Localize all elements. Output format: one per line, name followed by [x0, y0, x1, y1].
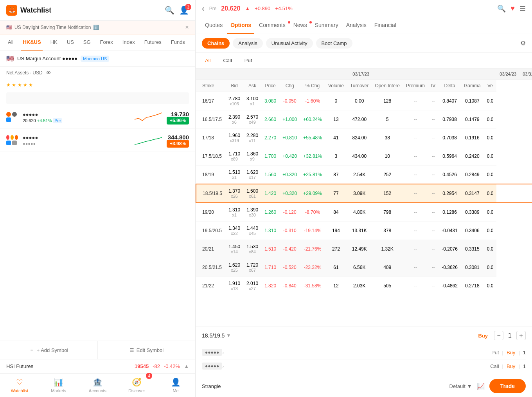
tab-analysis[interactable]: Analysis	[343, 17, 370, 34]
col-iv: IV	[428, 80, 439, 92]
price-8: 1.310	[261, 222, 279, 240]
stock-item-2[interactable]: ●●●●● ●●●●● 344.800 +3.98%	[0, 129, 195, 152]
nav-accounts[interactable]: 🏦 Accounts	[78, 374, 117, 397]
chart-icon[interactable]: 📈	[477, 383, 485, 390]
tab-funds[interactable]: Funds	[169, 34, 187, 51]
add-symbol-button[interactable]: ＋ + Add Symbol	[0, 341, 97, 359]
tab-comments[interactable]: Comments	[256, 17, 289, 34]
order-row-put: ●●●●● › Put | Buy | 1	[202, 346, 526, 359]
stock-name-2: ●●●●●	[23, 135, 130, 141]
tab-financial[interactable]: Financial	[371, 17, 399, 34]
tab-summary[interactable]: Summary	[312, 17, 341, 34]
subtab-boot-camp[interactable]: Boot Camp	[316, 38, 352, 49]
notification-text: 🇺🇸 US Daylight Saving Time Notification …	[6, 25, 99, 30]
table-row-highlighted[interactable]: 18.5/19.5 1.370x26 1.500x61 1.420 +0.320…	[196, 184, 532, 203]
nav-discover[interactable]: 🧭 4 Discover	[117, 374, 156, 397]
ve-8: 0.0	[484, 222, 497, 240]
tab-us[interactable]: US	[65, 34, 75, 51]
tab-all[interactable]: All	[6, 34, 15, 51]
table-row[interactable]: 17/18 1.960x319 2.280x11 2.270 +0.810 +5…	[196, 129, 532, 147]
iv-2: --	[428, 110, 439, 129]
col-header-row: Strike Bid Ask Price Chg % Chg Volume Tu…	[196, 80, 532, 92]
eye-icon[interactable]: 👁	[46, 70, 51, 76]
bid-7: 1.310x1	[225, 203, 243, 222]
table-row[interactable]: 20.5/21.5 1.620x25 1.720x67 1.710 -0.520…	[196, 258, 532, 277]
stock-item-1[interactable]: ●●●●● 20.620 +4.51% Pre 19.730 +5.96%	[0, 106, 195, 129]
prem-10: --	[403, 258, 428, 277]
qty-value: 1	[508, 332, 512, 339]
price-1: 3.080	[261, 92, 279, 110]
search-icon[interactable]: 🔍	[165, 5, 174, 15]
table-row[interactable]: 21/22 1.910x13 2.010x27 1.820 -0.840 -31…	[196, 277, 532, 295]
order-qty-put: 1	[523, 350, 526, 355]
subtab-analysis[interactable]: Analysis	[233, 38, 262, 49]
tab-sg[interactable]: SG	[82, 34, 92, 51]
nav-markets[interactable]: 📊 Markets	[39, 374, 78, 397]
tab-news[interactable]: News	[290, 17, 310, 34]
favorite-icon[interactable]: ♥	[510, 4, 515, 13]
filter-call[interactable]: Call	[220, 56, 235, 65]
options-table-container: 03/17/23 03/24/23 03/31/23 04/06/23 04/1…	[196, 69, 532, 327]
filter-put[interactable]: Put	[241, 56, 255, 65]
price-6: 1.420	[261, 184, 279, 203]
trade-button[interactable]: Trade	[489, 379, 526, 393]
oi-10: 409	[372, 258, 403, 277]
date-03-24[interactable]: 03/24/23	[496, 69, 519, 80]
nav-me[interactable]: 👤 Me	[156, 374, 195, 397]
pct-4: +32.81%	[300, 147, 325, 166]
tab-options[interactable]: Options	[227, 17, 254, 34]
table-row[interactable]: 16.5/17.5 2.390x6 2.570x49 2.660 +1.000 …	[196, 110, 532, 129]
subtab-unusual-activity[interactable]: Unusual Activity	[266, 38, 313, 49]
tab-forex[interactable]: Forex	[99, 34, 115, 51]
chevron-down-icon[interactable]: ▼	[226, 333, 231, 338]
tab-hkus[interactable]: HK&US	[21, 34, 42, 51]
arrow-right-icon-2: ›	[222, 363, 224, 369]
prem-9: --	[403, 240, 428, 258]
nav-markets-label: Markets	[51, 388, 66, 393]
tab-futures[interactable]: Futures	[143, 34, 163, 51]
pct-6: +29.09%	[300, 184, 325, 203]
filter-all[interactable]: All	[202, 56, 214, 65]
back-button[interactable]: ‹	[202, 4, 205, 13]
table-row[interactable]: 17.5/18.5 1.710x89 1.860x9 1.700 +0.420 …	[196, 147, 532, 166]
table-row[interactable]: 19/20 1.310x1 1.390x30 1.260 -0.120 -8.7…	[196, 203, 532, 222]
qty-control: − 1 ＋	[494, 331, 526, 340]
ve-3: 0.0	[484, 129, 497, 147]
nav-watchlist[interactable]: ♡ Watchlist	[0, 374, 39, 397]
bid-11: 1.910x13	[225, 277, 243, 295]
qty-decrease-button[interactable]: −	[494, 331, 503, 340]
hsi-expand-icon[interactable]: ▲	[184, 363, 189, 369]
search-icon-right[interactable]: 🔍	[497, 4, 506, 13]
col-volume: Volume	[325, 80, 347, 92]
tab-index[interactable]: Index	[121, 34, 137, 51]
pct-3: +55.48%	[300, 129, 325, 147]
close-notification-icon[interactable]: ✕	[185, 25, 189, 30]
col-price: Price	[261, 80, 279, 92]
price-5: 1.560	[261, 166, 279, 184]
table-row[interactable]: 18/19 1.510x1 1.620x17 1.560 +0.320 +25.…	[196, 166, 532, 184]
date-03-17[interactable]: 03/17/23	[225, 69, 496, 80]
default-select[interactable]: Default ▼	[449, 383, 472, 389]
table-row[interactable]: 16/17 2.780x103 3.100x1 3.080 -0.050 -1.…	[196, 92, 532, 110]
chg-10: -0.520	[279, 258, 300, 277]
vol-4: 3	[325, 147, 347, 166]
menu-icon[interactable]: ☰	[519, 4, 526, 13]
edit-symbol-button[interactable]: ☰ Edit Symbol	[98, 341, 195, 359]
stock-name-1: ●●●●●	[23, 112, 130, 117]
price-3: 2.270	[261, 129, 279, 147]
iv-7: --	[428, 203, 439, 222]
table-row[interactable]: 20/21 1.450x14 1.530x84 1.510 -0.420 -21…	[196, 240, 532, 258]
delta-3: 0.7038	[439, 129, 461, 147]
qty-increase-button[interactable]: ＋	[516, 331, 526, 340]
tab-hk[interactable]: HK	[49, 34, 59, 51]
hsi-pct: -0.42%	[164, 363, 180, 369]
discover-badge: 4	[146, 373, 152, 379]
table-row[interactable]: 19.5/20.5 1.340x22 1.440x45 1.310 -0.310…	[196, 222, 532, 240]
tab-quotes[interactable]: Quotes	[202, 17, 226, 34]
date-03-31[interactable]: 03/31/23	[519, 69, 532, 80]
more-icon[interactable]: ☰	[194, 39, 195, 46]
delta-7: 0.1286	[439, 203, 461, 222]
filter-icon[interactable]: ⚙	[520, 40, 526, 47]
oi-9: 1.32K	[372, 240, 403, 258]
subtab-chains[interactable]: Chains	[202, 38, 230, 49]
